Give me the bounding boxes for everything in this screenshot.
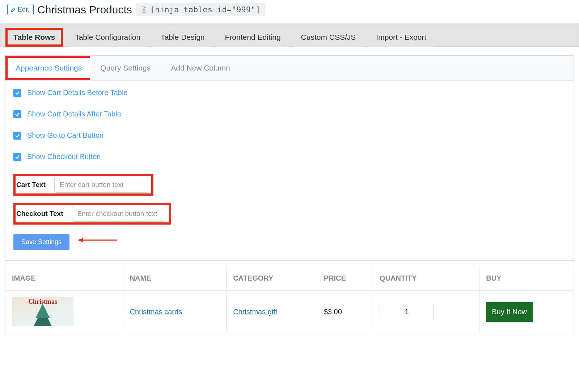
cell-name: Christmas cards: [123, 291, 227, 333]
main-tabs-bar: Table Rows Table Configuration Table Des…: [0, 24, 579, 47]
checkbox-show-cart-after[interactable]: [13, 110, 21, 118]
products-table: IMAGE NAME CATEGORY PRICE QUANTITY BUY C…: [5, 266, 574, 333]
edit-label: Edit: [18, 6, 29, 13]
col-image: IMAGE: [5, 266, 123, 291]
checkbox-show-cart-before[interactable]: [13, 89, 21, 97]
product-name-link[interactable]: Christmas cards: [130, 308, 182, 316]
tab-table-configuration[interactable]: Table Configuration: [67, 28, 149, 47]
checkbox-label: Show Checkout Button: [27, 153, 101, 161]
checkbox-row: Show Checkout Button: [13, 153, 566, 161]
check-icon: [15, 154, 20, 159]
table-header-row: IMAGE NAME CATEGORY PRICE QUANTITY BUY: [5, 266, 574, 291]
cell-category: Christmas gift: [227, 291, 317, 333]
checkout-text-label: Checkout Text: [16, 210, 63, 218]
shortcode-text: [ninja_tables id="999"]: [150, 5, 261, 14]
pencil-icon: [10, 7, 16, 13]
tab-custom-css-js[interactable]: Custom CSS/JS: [293, 28, 364, 47]
tab-table-design[interactable]: Table Design: [152, 28, 213, 47]
edit-button[interactable]: Edit: [7, 4, 34, 15]
cell-quantity: [373, 291, 479, 333]
table-row: Christmas Christmas cards Christmas gift…: [5, 291, 574, 333]
save-row: Save Settings: [13, 230, 566, 250]
cell-price: $3.00: [317, 291, 373, 333]
check-icon: [15, 112, 20, 117]
col-quantity: QUANTITY: [373, 266, 479, 291]
check-icon: [15, 133, 20, 138]
checkout-text-row: Checkout Text: [13, 203, 566, 225]
cell-buy: Buy It Now: [479, 291, 574, 333]
col-price: PRICE: [317, 266, 373, 291]
checkout-text-input[interactable]: [72, 206, 166, 222]
checkbox-label: Show Cart Details Before Table: [27, 89, 128, 97]
checkbox-row: Show Cart Details Before Table: [13, 89, 566, 97]
col-buy: BUY: [479, 266, 574, 291]
checkbox-label: Show Go to Cart Button: [27, 131, 103, 140]
checkbox-show-checkout[interactable]: [13, 153, 21, 161]
tab-table-rows[interactable]: Table Rows: [5, 28, 63, 47]
cart-text-label: Cart Text: [16, 181, 46, 189]
buy-now-button[interactable]: Buy It Now: [486, 302, 533, 322]
tab-frontend-editing[interactable]: Frontend Editing: [217, 28, 289, 47]
settings-panel: Appearnce Settings Query Settings Add Ne…: [5, 55, 574, 261]
tab-import-export[interactable]: Import - Export: [368, 28, 435, 47]
checkbox-show-go-to-cart[interactable]: [13, 132, 21, 140]
sub-tabs-bar: Appearnce Settings Query Settings Add Ne…: [5, 56, 574, 81]
col-name: NAME: [123, 266, 227, 291]
checkbox-row: Show Cart Details After Table: [13, 110, 566, 118]
subtab-add-new-column[interactable]: Add New Column: [161, 56, 240, 80]
subtab-appearance-settings[interactable]: Appearnce Settings: [5, 56, 90, 80]
cart-text-row: Cart Text: [13, 174, 566, 196]
col-category: CATEGORY: [227, 266, 317, 291]
arrow-annotation-icon: [77, 237, 117, 244]
check-icon: [15, 90, 20, 95]
quantity-input[interactable]: [380, 304, 434, 320]
checkbox-label: Show Cart Details After Table: [27, 110, 121, 118]
page-header: Edit Christmas Products [ninja_tables id…: [0, 0, 579, 21]
product-category-link[interactable]: Christmas gift: [233, 308, 277, 316]
subtab-query-settings[interactable]: Query Settings: [90, 56, 161, 80]
cart-text-input[interactable]: [54, 177, 148, 193]
checkbox-row: Show Go to Cart Button: [13, 131, 566, 140]
product-thumbnail[interactable]: Christmas: [12, 297, 73, 326]
save-settings-button[interactable]: Save Settings: [13, 234, 69, 250]
cell-image: Christmas: [5, 291, 123, 333]
document-icon: [141, 6, 147, 13]
settings-body: Show Cart Details Before Table Show Cart…: [5, 81, 574, 260]
shortcode-display[interactable]: [ninja_tables id="999"]: [136, 3, 266, 16]
svg-marker-1: [77, 238, 83, 242]
page-title: Christmas Products: [37, 4, 132, 16]
